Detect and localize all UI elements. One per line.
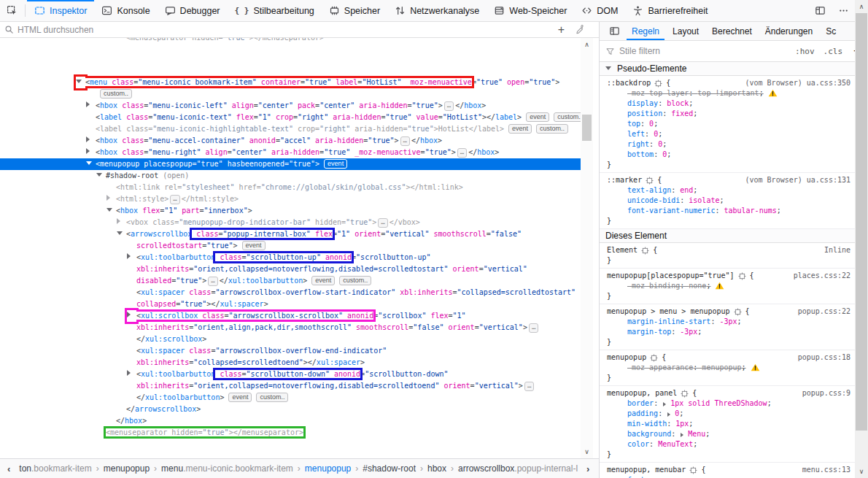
markup-node[interactable]: <hbox class="menu-accel-container" anoni… — [0, 135, 586, 147]
twisty-closed-icon[interactable] — [86, 147, 96, 158]
rule-source-link[interactable]: places.css:22 — [794, 271, 850, 281]
breadcrumb-item[interactable]: ton.bookmark-item — [15, 463, 96, 474]
breadcrumb-item[interactable]: hbox — [423, 463, 451, 474]
css-declaration[interactable]: -moz-appearance: menupopup; — [607, 363, 850, 373]
node-badge[interactable]: custom.. — [536, 124, 568, 134]
collapsed-children-marker[interactable]: … — [524, 382, 534, 391]
markup-node[interactable]: xbl:inherits="orient,collapsed=notoverfl… — [0, 263, 586, 275]
css-declaration[interactable]: display: block; — [607, 99, 850, 109]
markup-node[interactable]: <label class="menu-iconic-highlightable-… — [0, 123, 586, 135]
markup-node[interactable]: <arrowscrollbox class="popup-internal-bo… — [0, 228, 586, 240]
eyedropper-button[interactable] — [575, 25, 584, 34]
split-console-button[interactable] — [808, 5, 832, 16]
css-declaration[interactable]: left: 0; — [607, 129, 850, 139]
style-filter-input[interactable] — [619, 46, 788, 56]
rule-selector[interactable]: menupopup, panel — [607, 388, 677, 398]
markup-node[interactable]: <vbox class="menupopup-drop-indicator-ba… — [0, 217, 586, 228]
expand-value-icon[interactable] — [681, 433, 686, 437]
markup-node[interactable]: <menu class="menu-iconic bookmark-item" … — [0, 77, 586, 88]
scrollbar-thumb[interactable] — [582, 115, 592, 141]
css-declaration[interactable]: -moz-top-layer: top !important; — [607, 88, 850, 99]
window-scrollbar[interactable]: ∧ ∨ — [855, 0, 868, 478]
css-declaration[interactable]: border: 1px solid ThreeDShadow; — [607, 398, 850, 409]
twisty-open-icon[interactable] — [117, 228, 126, 240]
rule-selector[interactable]: Element — [607, 245, 638, 255]
collapsed-children-marker[interactable]: … — [444, 101, 454, 111]
markup-node[interactable]: #shadow-root (open) — [0, 170, 586, 182]
rule-selector[interactable]: menupopup — [607, 352, 646, 363]
css-declaration[interactable]: min-width: 1px; — [607, 419, 850, 429]
tab-inspektor[interactable]: Inspektor — [27, 0, 94, 21]
markup-node[interactable]: <xul:spacer class="arrowscrollbox-overfl… — [0, 287, 586, 298]
highlight-selector-icon[interactable] — [734, 308, 742, 316]
css-declaration[interactable]: bottom: 0; — [607, 150, 850, 160]
highlight-selector-icon[interactable] — [641, 247, 649, 255]
breadcrumb-item[interactable]: #shadow-root — [358, 463, 420, 474]
breadcrumb-item[interactable]: arrowscrollbox.popup-internal-l — [454, 463, 582, 474]
node-badge[interactable]: event — [242, 241, 266, 250]
markup-node-selected[interactable]: <menupopup placespopup="true" hasbeenope… — [0, 158, 586, 170]
rule-source-link[interactable]: popup.css:22 — [798, 307, 850, 317]
tab-barrierefreiheit[interactable]: Barrierefreiheit — [625, 0, 715, 21]
twisty-closed-icon[interactable] — [127, 369, 136, 380]
toggle-pseudo-classes-button[interactable]: :hov — [793, 47, 817, 56]
rule-source-link[interactable]: (vom Browser) ua.css:131 — [745, 175, 851, 185]
sidebar-tab-berechnet[interactable]: Berechnet — [705, 22, 759, 40]
markup-node[interactable]: <xul:toolbarbutton class="scrollbutton-d… — [0, 369, 586, 380]
twisty-closed-icon[interactable] — [86, 135, 96, 147]
scroll-up-arrow[interactable]: ∧ — [855, 1, 868, 12]
rule-source-link[interactable]: (vom Browser) ua.css:350 — [745, 78, 851, 88]
scrollbar-thumb[interactable] — [856, 13, 867, 431]
rule-selector[interactable]: menupopup[placespopup="true"] — [607, 271, 735, 281]
expand-value-icon[interactable] — [663, 402, 668, 406]
breadcrumb-item[interactable]: menupopup — [99, 463, 154, 474]
css-declaration[interactable]: padding: 0; — [607, 409, 850, 419]
sidebar-tab-sc[interactable]: Sc — [819, 22, 842, 40]
css-declaration[interactable]: top: 0; — [607, 119, 850, 129]
tab-web-speicher[interactable]: Web-Speicher — [487, 0, 574, 21]
css-declaration[interactable]: margin-top: -3px; — [607, 327, 850, 337]
highlight-selector-icon[interactable] — [646, 177, 654, 185]
scroll-up-arrow[interactable]: ∧ — [581, 39, 593, 50]
markup-node[interactable]: <hbox class="menu-right" align="center" … — [0, 147, 586, 158]
tab-stilbearbeitung[interactable]: { }Stilbearbeitung — [228, 0, 322, 21]
markup-node[interactable]: </xul:scrollbox> — [0, 334, 586, 345]
element-picker-button[interactable] — [0, 0, 23, 21]
highlight-selector-icon[interactable] — [654, 80, 662, 88]
markup-node[interactable]: <menuseparator hidden="true"></menusepar… — [0, 427, 586, 439]
breadcrumb-back-button[interactable]: ‹ — [3, 463, 15, 474]
rule-selector[interactable]: ::marker — [607, 175, 642, 185]
css-declaration[interactable]: font-variant-numeric: tabular-nums; — [607, 206, 850, 216]
sidebar-tab-layout[interactable]: Layout — [666, 22, 705, 40]
rule-selector[interactable]: menupopup, menubar — [607, 465, 686, 475]
scroll-down-arrow[interactable]: ∨ — [581, 447, 593, 457]
markup-node[interactable]: custom.. — [0, 88, 586, 100]
markup-scrollbar[interactable]: ∧ ∨ — [581, 38, 593, 458]
toggle-classes-button[interactable]: .cls — [821, 47, 845, 56]
css-declaration[interactable]: unicode-bidi: isolate; — [607, 196, 850, 206]
sidebar-tab-regeln[interactable]: Regeln — [625, 22, 666, 40]
markup-node[interactable]: <xul:scrollbox class="arrowscrollbox-scr… — [0, 310, 586, 322]
markup-node[interactable]: disabled="true">…</xul:toolbarbutton>eve… — [0, 275, 586, 287]
markup-node[interactable]: xbl:inherits="orient,collapsed=notoverfl… — [0, 380, 586, 392]
markup-node[interactable]: </xul:toolbarbutton>eventcustom.. — [0, 392, 586, 404]
add-node-button[interactable]: + — [558, 24, 565, 36]
node-badge[interactable]: custom.. — [256, 393, 288, 402]
collapsed-children-marker[interactable]: … — [400, 136, 410, 146]
markup-node[interactable]: <hbox flex="1" part="innerbox"> — [0, 205, 586, 217]
node-badge[interactable]: event — [311, 276, 335, 285]
collapsed-children-marker[interactable]: … — [529, 323, 538, 333]
markup-node[interactable]: <html:link rel="stylesheet" href="chrome… — [0, 182, 586, 193]
highlight-selector-icon[interactable] — [681, 390, 689, 398]
search-input[interactable] — [18, 25, 558, 35]
breadcrumb-forward-button[interactable]: › — [582, 463, 594, 474]
tab-dom[interactable]: DOM — [574, 0, 625, 21]
markup-node[interactable]: <html:style>…</html:style> — [0, 193, 586, 205]
highlight-selector-icon[interactable] — [738, 272, 746, 280]
markup-node[interactable]: </arrowscrollbox> — [0, 404, 586, 415]
css-declaration[interactable]: position: fixed; — [607, 109, 850, 119]
rule-source-link[interactable]: popup.css:18 — [798, 352, 850, 363]
devtools-menu-button[interactable] — [832, 5, 855, 16]
node-badge[interactable]: event — [508, 124, 532, 134]
tab-konsole[interactable]: Konsole — [94, 0, 157, 21]
